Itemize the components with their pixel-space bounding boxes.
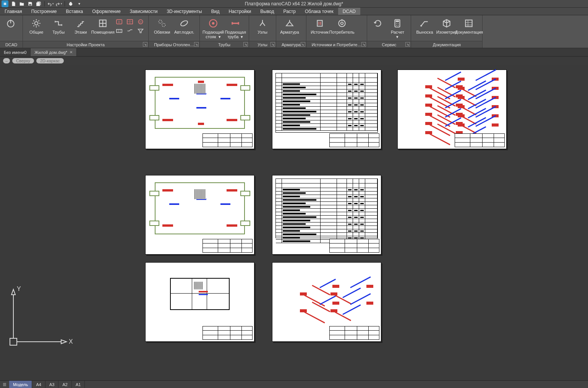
- duct-icon[interactable]: [125, 27, 135, 35]
- layout-list-icon[interactable]: [0, 381, 9, 388]
- потребитель-button[interactable]: Потребитель: [331, 17, 353, 35]
- save-all-icon[interactable]: [35, 0, 42, 7]
- menu-tab-вывод[interactable]: Вывод: [256, 8, 279, 15]
- wall-icon[interactable]: [114, 27, 125, 35]
- button-label: Обвязки: [154, 30, 170, 34]
- sheet-isometry-1: [397, 70, 507, 149]
- button-label: Авт.подкл.: [174, 30, 194, 34]
- авт-подкл--button[interactable]: Авт.подкл.: [173, 17, 195, 35]
- layout-tab-a1[interactable]: A1: [72, 381, 85, 388]
- ucs-axes-icon: X Y: [8, 285, 73, 350]
- menu-tab-растр[interactable]: Растр: [279, 8, 300, 15]
- heater-d-icon[interactable]: D: [114, 18, 125, 26]
- power-icon: [5, 18, 16, 29]
- ucs-y-label: Y: [17, 286, 21, 292]
- изометрия-button[interactable]: Изометрия: [436, 17, 458, 35]
- подающий-button[interactable]: Подающий стояк ▾: [202, 17, 224, 40]
- save-icon[interactable]: [27, 0, 34, 7]
- view-pill[interactable]: 2D-каркас: [36, 58, 64, 63]
- button-label: Узлы: [258, 30, 267, 34]
- svg-point-21: [162, 23, 165, 27]
- layout-tab-a3[interactable]: A3: [45, 381, 58, 388]
- title-bar: ▾ ▾ ▾ Платформа nanoCAD x64 22 Жилой дом…: [0, 0, 588, 8]
- арматура-button[interactable]: Арматура: [279, 17, 301, 35]
- qat-overflow-icon[interactable]: ▾: [76, 0, 83, 7]
- ribbon-group-title: Документация: [411, 41, 482, 48]
- ribbon-group-title: Узлы↘: [249, 41, 276, 48]
- svg-point-22: [180, 19, 188, 27]
- svg-rect-0: [29, 4, 31, 5]
- view-pill[interactable]: Сверху: [12, 58, 34, 63]
- dialog-launcher-icon[interactable]: ↘: [194, 42, 199, 47]
- dialog-launcher-icon[interactable]: ↘: [143, 42, 147, 47]
- menu-tab-зависимости[interactable]: Зависимости: [125, 8, 162, 15]
- new-file-icon[interactable]: [10, 0, 17, 7]
- ribbon: DCADОбщиеТрубыЭтажиПомещенияDDНастройки …: [0, 15, 588, 48]
- подающая-button[interactable]: Подающая труба ▾: [224, 17, 246, 40]
- menu-tab-облака точек[interactable]: Облака точек: [300, 8, 338, 15]
- dialog-launcher-icon[interactable]: ↘: [405, 42, 410, 47]
- layout-tab-a4[interactable]: A4: [32, 381, 45, 388]
- обвязки-button[interactable]: Обвязки: [151, 17, 173, 35]
- расчет-button[interactable]: Расчет ▾: [386, 17, 408, 40]
- document-tab[interactable]: Без имени0: [0, 48, 31, 56]
- redo-icon[interactable]: ▾: [55, 0, 62, 7]
- ribbon-group-docs: ВыноскаИзометрияДокументацияДокументация: [411, 15, 483, 48]
- menu-tab-вставка[interactable]: Вставка: [62, 8, 88, 15]
- power-button[interactable]: [2, 17, 19, 30]
- svg-rect-39: [466, 20, 472, 26]
- button-label: Арматура: [280, 30, 299, 34]
- svg-point-30: [340, 22, 343, 25]
- источник-button[interactable]: Источник: [309, 17, 331, 35]
- svg-point-20: [159, 20, 162, 23]
- layout-tab-модель[interactable]: Модель: [9, 381, 32, 388]
- layout-tabs: МодельA4A3A2A1: [0, 380, 588, 388]
- этажи-button[interactable]: Этажи: [70, 17, 92, 35]
- undo-icon[interactable]: ▾: [47, 0, 54, 7]
- menu-tab-оформление[interactable]: Оформление: [87, 8, 125, 15]
- print-icon[interactable]: [67, 0, 74, 7]
- calc-icon: [392, 18, 403, 29]
- документация-button[interactable]: Документация: [458, 17, 480, 35]
- app-icon[interactable]: [2, 0, 8, 7]
- view-pill[interactable]: –: [3, 58, 10, 63]
- filter-d-icon[interactable]: D: [135, 18, 146, 26]
- menu-tab-построение[interactable]: Построение: [27, 8, 62, 15]
- button-label: Источник: [311, 30, 329, 34]
- open-file-icon[interactable]: [18, 0, 25, 7]
- svg-marker-45: [61, 340, 66, 344]
- quick-access-toolbar: ▾ ▾ ▾: [10, 0, 83, 7]
- menu-tab-dcad[interactable]: DCAD: [338, 8, 360, 15]
- refresh-button[interactable]: [369, 17, 386, 30]
- menu-tab-главная[interactable]: Главная: [0, 8, 27, 15]
- source-icon: [314, 18, 326, 29]
- menu-tab-3d-инструменты[interactable]: 3D-инструменты: [162, 8, 206, 15]
- dialog-launcher-icon[interactable]: ↘: [271, 42, 275, 47]
- pipes-icon: [53, 18, 64, 29]
- funnel-icon[interactable]: [135, 27, 146, 35]
- button-label: Подающий стояк ▾: [202, 30, 224, 39]
- ribbon-group-service: Расчет ▾Сервис↘: [367, 15, 411, 48]
- grid-d-icon[interactable]: [125, 18, 135, 26]
- dialog-launcher-icon[interactable]: ↘: [361, 42, 366, 47]
- трубы-button[interactable]: Трубы: [47, 17, 70, 35]
- svg-rect-28: [317, 20, 322, 26]
- svg-point-29: [339, 20, 345, 26]
- view-pill-row: –Сверху2D-каркас: [0, 57, 588, 65]
- svg-rect-3: [70, 4, 72, 5]
- ribbon-group-project: ОбщиеТрубыЭтажиПомещенияDDНастройки Прое…: [23, 15, 149, 48]
- close-icon[interactable]: ✕: [70, 50, 73, 54]
- menu-tab-вид[interactable]: Вид: [207, 8, 224, 15]
- drawing-canvas[interactable]: X Y: [0, 65, 588, 380]
- svg-rect-26: [232, 22, 233, 25]
- document-tab[interactable]: Жилой дом.dwg*✕: [31, 48, 77, 56]
- узлы-button[interactable]: Узлы: [251, 17, 274, 35]
- помещения-button[interactable]: Помещения: [92, 17, 114, 35]
- layout-tab-a2[interactable]: A2: [58, 381, 71, 388]
- dialog-launcher-icon[interactable]: ↘: [243, 42, 248, 47]
- dialog-launcher-icon[interactable]: ↘: [301, 42, 305, 47]
- table-icon: [463, 18, 475, 29]
- выноска-button[interactable]: Выноска: [413, 17, 436, 35]
- общие-button[interactable]: Общие: [25, 17, 47, 35]
- menu-tab-настройки[interactable]: Настройки: [224, 8, 256, 15]
